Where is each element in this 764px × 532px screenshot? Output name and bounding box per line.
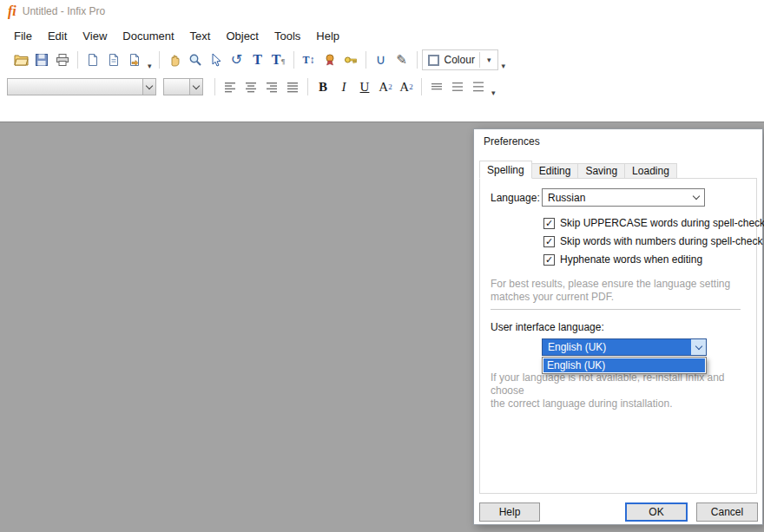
- checkbox-label: Skip words with numbers during spell-che…: [560, 235, 762, 247]
- menu-edit[interactable]: Edit: [40, 27, 75, 45]
- select-tool-button[interactable]: [206, 49, 227, 70]
- menu-object[interactable]: Object: [218, 27, 267, 45]
- line-spacing-single-button[interactable]: [426, 76, 447, 97]
- toolbar-separator: [77, 51, 78, 69]
- ui-language-select[interactable]: English (UK): [542, 338, 707, 356]
- font-size-select[interactable]: [163, 78, 203, 95]
- insert-text-button[interactable]: T↕: [299, 49, 319, 70]
- font-size-dropdown-arrow[interactable]: [189, 79, 202, 95]
- preferences-dialog: Preferences Spelling Editing Saving Load…: [473, 128, 763, 525]
- align-left-button[interactable]: [220, 76, 240, 97]
- magnifier-icon: [188, 53, 202, 67]
- line-spacing-double-button[interactable]: [468, 76, 489, 97]
- new-document-button[interactable]: [82, 49, 103, 70]
- document-export-button[interactable]: [124, 49, 145, 70]
- align-center-button[interactable]: [240, 76, 261, 97]
- language-label: Language:: [491, 192, 540, 204]
- print-button[interactable]: [52, 49, 73, 70]
- documents-dropdown-caret[interactable]: ▾: [148, 62, 152, 73]
- toolbar-main: ▾ ↺ T T¶ T↕ ∪ ✎ Colour: [0, 47, 764, 73]
- ui-language-dropdown-arrow[interactable]: [691, 339, 706, 355]
- menu-view[interactable]: View: [75, 27, 115, 45]
- format-overflow-caret[interactable]: ▾: [491, 89, 496, 100]
- subscript-base: A: [399, 80, 409, 95]
- toolbar-format: B I U A2 A2 ▾: [0, 74, 764, 100]
- save-button[interactable]: [31, 49, 52, 70]
- hand-icon: [168, 53, 181, 67]
- menu-tools[interactable]: Tools: [267, 27, 308, 45]
- permissions-button[interactable]: [340, 49, 361, 70]
- line-spacing-double-icon: [471, 81, 485, 93]
- checkbox-skip-uppercase[interactable]: ✓ Skip UPPERCASE words during spell-chec…: [543, 217, 764, 229]
- ok-button[interactable]: OK: [625, 502, 688, 522]
- tab-loading[interactable]: Loading: [625, 163, 677, 179]
- superscript-button[interactable]: A2: [375, 76, 396, 97]
- chevron-down-icon: [693, 193, 700, 200]
- underline-button[interactable]: U: [354, 76, 375, 97]
- font-family-dropdown-arrow[interactable]: [142, 79, 155, 95]
- window-title: Untitled - Infix Pro: [23, 5, 105, 17]
- help-button[interactable]: Help: [479, 502, 540, 522]
- ui-language-option-selected[interactable]: English (UK): [543, 358, 705, 372]
- ui-language-label: User interface language:: [491, 321, 604, 333]
- ui-language-note-line2: the correct language during installation…: [491, 397, 756, 410]
- printer-icon: [56, 53, 69, 67]
- cancel-button[interactable]: Cancel: [696, 502, 758, 522]
- hand-pan-button[interactable]: [164, 49, 185, 70]
- line-spacing-single-icon: [430, 81, 444, 93]
- document-copy-button[interactable]: [103, 49, 124, 70]
- align-left-icon: [223, 81, 237, 93]
- italic-button[interactable]: I: [333, 76, 354, 97]
- stamp-button[interactable]: [319, 49, 340, 70]
- menu-help[interactable]: Help: [308, 27, 347, 45]
- rotate-tool-button[interactable]: ↺: [227, 49, 247, 70]
- checkbox-checked-icon[interactable]: ✓: [543, 218, 555, 229]
- floppy-disk-icon: [35, 53, 49, 67]
- stamp-seal-icon: [323, 53, 337, 67]
- colour-divider: [479, 52, 480, 68]
- menu-text[interactable]: Text: [182, 27, 219, 45]
- text-edit-tool-button[interactable]: T¶: [268, 49, 289, 70]
- page-copy-icon: [107, 53, 121, 67]
- colour-button-label: Colour: [445, 54, 475, 66]
- titlebar: fi Untitled - Infix Pro: [0, 0, 764, 23]
- subscript-button[interactable]: A2: [396, 76, 417, 97]
- justify-button[interactable]: [282, 76, 303, 97]
- text-tool-button[interactable]: T: [247, 49, 268, 70]
- page-export-icon: [128, 53, 142, 67]
- language-dropdown-arrow[interactable]: [688, 196, 704, 199]
- checkbox-hyphenate[interactable]: ✓ Hyphenate words when editing: [543, 253, 702, 266]
- ui-language-dropdown-list: English (UK): [542, 357, 707, 374]
- toolbar-overflow-caret[interactable]: ▾: [501, 62, 505, 73]
- align-right-button[interactable]: [261, 76, 282, 97]
- font-family-select[interactable]: [7, 78, 156, 95]
- language-note-line1: For best results, please ensure the lang…: [491, 278, 730, 291]
- checkbox-skip-numbers[interactable]: ✓ Skip words with numbers during spell-c…: [543, 235, 762, 247]
- menu-document[interactable]: Document: [115, 27, 181, 45]
- tab-spelling[interactable]: Spelling: [479, 161, 532, 179]
- superscript-mark: 2: [388, 82, 392, 91]
- colour-dropdown-caret[interactable]: ▾: [487, 56, 491, 64]
- app-window: fi Untitled - Infix Pro File Edit View D…: [0, 0, 764, 532]
- blank-page-icon: [86, 53, 100, 67]
- ui-language-value: English (UK): [543, 339, 691, 355]
- zoom-button[interactable]: [185, 49, 206, 70]
- tab-editing[interactable]: Editing: [532, 163, 579, 179]
- checkbox-checked-icon[interactable]: ✓: [543, 236, 555, 247]
- colour-button[interactable]: Colour ▾: [422, 49, 499, 70]
- line-spacing-medium-button[interactable]: [447, 76, 468, 97]
- checkbox-checked-icon[interactable]: ✓: [543, 254, 555, 266]
- insert-text-icon: T↕: [303, 55, 315, 65]
- arrow-cursor-icon: [209, 53, 223, 67]
- reflow-tool-button[interactable]: ∪: [371, 49, 392, 70]
- open-file-button[interactable]: [10, 49, 31, 70]
- tab-saving[interactable]: Saving: [578, 163, 625, 179]
- justify-icon: [286, 81, 300, 93]
- language-note-line2: matches your current PDF.: [491, 291, 730, 304]
- pen-tool-button[interactable]: ✎: [392, 49, 412, 70]
- menu-file[interactable]: File: [6, 27, 40, 45]
- align-right-icon: [265, 81, 279, 93]
- language-select[interactable]: Russian: [542, 188, 705, 207]
- language-value: Russian: [543, 192, 688, 204]
- bold-button[interactable]: B: [313, 76, 333, 97]
